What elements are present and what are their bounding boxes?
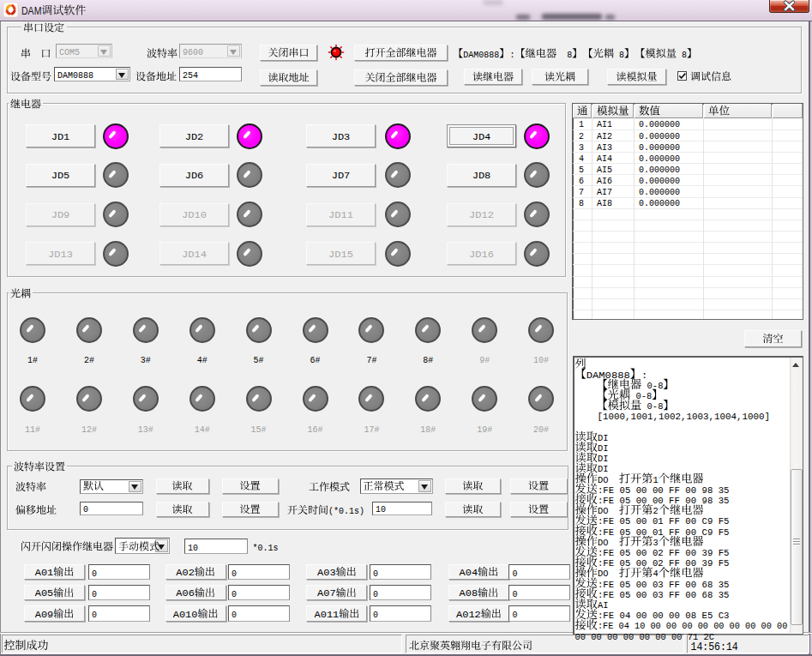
svg-text:*0.1s: *0.1s [253,543,279,553]
